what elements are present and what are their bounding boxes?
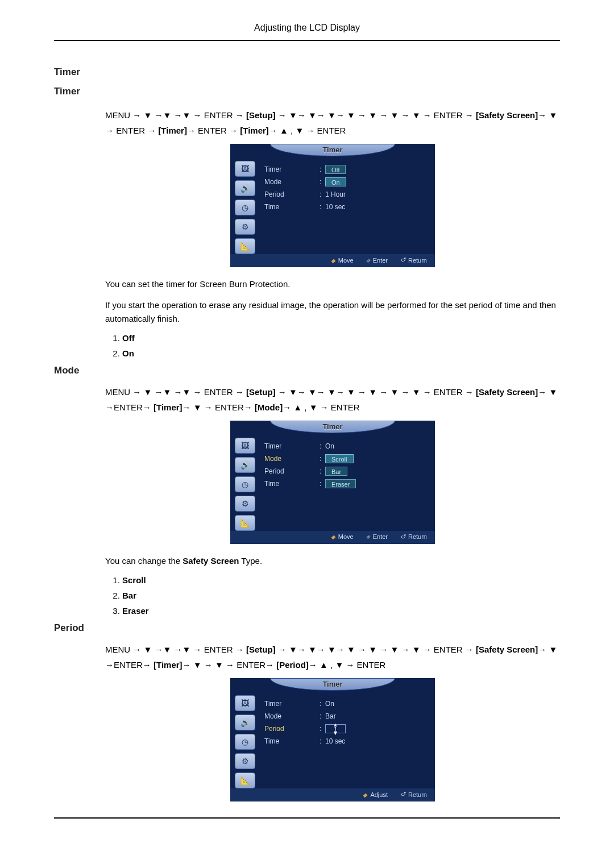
nav-text: → [538,110,549,120]
adjust-icon: 📐 [235,238,255,254]
osd-label: Time [260,737,320,745]
nav-text: → [538,387,549,397]
nav-bracket-safety: [Safety Screen] [476,387,538,397]
nav-sequence-mode: MENU → ▼ →▼ →▼ → ENTER → [Setup] → ▼→ ▼→… [105,384,560,415]
osd-footer: Adjust Return [230,788,435,801]
nav-text: , [288,126,296,135]
nav-bracket-timer: [Timer] [240,126,269,135]
nav-text: → [182,660,193,670]
down-arrow-icon: ▼ [309,402,318,412]
return-hint: Return [400,256,427,264]
sound-icon: 🔊 [235,715,255,730]
osd-label: Timer [260,442,320,450]
osd-option-bar: Bar [325,467,347,476]
nav-text: → ENTER → [190,645,246,654]
chevron-down-icon: ▼ [333,729,338,738]
nav-text: → ENTER → [190,110,246,120]
osd-menu-timer: Timer 🖼 🔊 ◷ ⚙ 📐 Timer:Off Mode:On Period… [230,144,435,267]
down-arrow-icon: ▼ [163,387,172,397]
page-header: Adjusting the LCD Display [54,23,560,41]
return-hint: Return [400,791,427,798]
osd-sidebar: 🖼 🔊 ◷ ⚙ 📐 [230,157,260,254]
down-arrow-icon: ▼ [327,110,336,120]
osd-label: Mode [260,178,320,186]
nav-bracket-safety: [Safety Screen] [476,645,538,654]
osd-label: Period [260,467,320,475]
down-arrow-icon: ▼ [412,645,421,654]
down-arrow-icon: ▼ [390,387,399,397]
down-arrow-icon: ▼ [144,387,152,397]
down-arrow-icon: ▼ [193,402,202,412]
down-arrow-icon: ▼ [289,110,297,120]
down-arrow-icon: ▼ [368,387,377,397]
sound-icon: 🔊 [235,180,255,196]
osd-value: Bar [325,712,336,720]
nav-sequence-timer: MENU → ▼ →▼ →▼ → ENTER → [Setup] → ▼→ ▼→… [105,107,560,138]
down-arrow-icon: ▼ [390,645,399,654]
up-arrow-icon: ▲ [293,402,302,412]
down-arrow-icon: ▼ [327,645,336,654]
osd-value: 10 sec [325,203,345,211]
list-item: Eraser [122,606,560,616]
list-item: On [122,348,560,358]
nav-text: → [276,110,289,120]
up-arrow-icon: ▲ [280,126,288,135]
nav-bracket-mode: [Mode] [255,402,283,412]
osd-value: 10 sec [325,737,345,745]
osd-label: Timer [260,165,320,173]
down-arrow-icon: ▼ [308,110,317,120]
nav-bracket-setup: [Setup] [246,645,276,654]
gear-icon: ⚙ [235,219,255,235]
desc-text: If you start the operation to erase any … [105,298,560,325]
osd-value: 1 Hour [325,190,346,198]
osd-label: Mode [260,455,320,463]
section-subheading-timer: Timer [54,86,560,97]
osd-label: Time [260,480,320,488]
nav-sequence-period: MENU → ▼ →▼ →▼ → ENTER → [Setup] → ▼→ ▼→… [105,642,560,672]
nav-text: → ENTER → [421,645,474,654]
down-arrow-icon: ▼ [289,645,297,654]
down-arrow-icon: ▼ [412,387,421,397]
down-arrow-icon: ▼ [193,660,202,670]
osd-menu-mode: Timer 🖼 🔊 ◷ ⚙ 📐 Timer:On Mode:Scroll Per… [230,421,435,544]
osd-label: Mode [260,712,320,720]
desc-text: You can change the Safety Screen Type. [105,554,560,567]
clock-icon: ◷ [235,200,255,215]
down-arrow-icon: ▼ [368,645,377,654]
down-arrow-icon: ▼ [390,110,399,120]
osd-label: Period [260,725,320,733]
osd-sidebar: 🖼 🔊 ◷ ⚙ 📐 [230,434,260,531]
nav-text: → ENTER → [190,387,246,397]
desc-text: You can set the timer for Screen Burn Pr… [105,277,560,290]
nav-text: → [182,402,193,412]
nav-text: , [328,660,335,670]
up-arrow-icon: ▲ [320,660,328,670]
down-arrow-icon: ▼ [144,110,152,120]
down-arrow-icon: ▼ [335,660,343,670]
osd-number-box: ▲1▼ [325,724,346,733]
osd-menu-period: Timer 🖼 🔊 ◷ ⚙ 📐 Timer:On Mode:Bar Period… [230,678,435,801]
enter-hint: Enter [366,533,388,541]
enter-hint: Enter [366,256,388,264]
down-arrow-icon: ▼ [308,645,317,654]
move-hint: Move [331,256,354,264]
move-hint: Move [331,533,354,541]
osd-label: Time [260,203,320,211]
return-hint: Return [400,533,427,541]
nav-text: → [276,387,289,397]
down-arrow-icon: ▼ [549,110,557,120]
footer-divider [54,817,560,819]
down-arrow-icon: ▼ [347,645,355,654]
nav-bracket-period: [Period] [276,660,309,670]
nav-text: → ENTER → [187,126,240,135]
osd-footer: Move Enter Return [230,531,435,544]
sound-icon: 🔊 [235,457,255,473]
list-item: Bar [122,591,560,600]
adjust-icon: 📐 [235,773,255,788]
osd-option-off: Off [325,165,346,174]
chevron-up-icon: ▲ [333,720,338,729]
picture-icon: 🖼 [235,695,255,711]
down-arrow-icon: ▼ [327,387,336,397]
osd-value: On [325,700,334,708]
nav-text: → ENTER→ [202,402,255,412]
